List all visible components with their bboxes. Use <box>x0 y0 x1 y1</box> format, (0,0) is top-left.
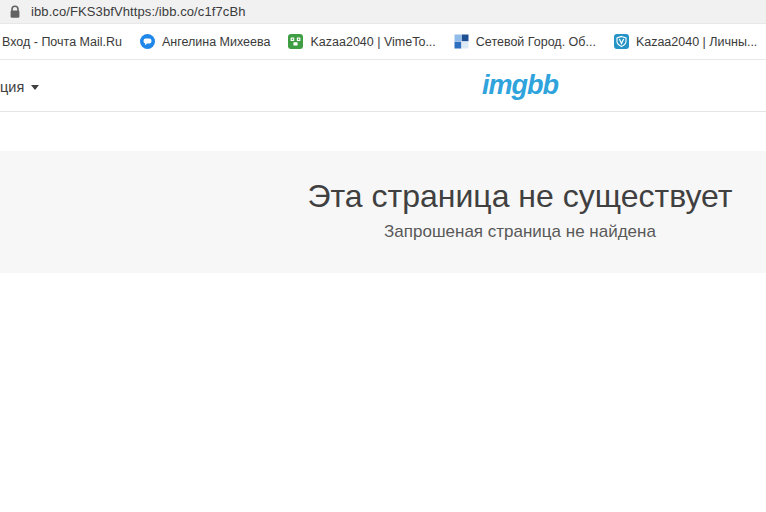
address-bar[interactable]: ibb.co/FKS3bfVhttps:/ibb.co/c1f7cBh <box>0 0 766 24</box>
page-body-empty <box>0 273 766 512</box>
bookmarks-bar: Вход - Почта Mail.Ru Ангелина Михеева Ka… <box>0 24 766 60</box>
bookmark-netschool[interactable]: Сетевой Город. Об... <box>454 34 596 49</box>
error-title: Эта страница не существует <box>137 178 766 215</box>
site-header: ция imgbb <box>0 60 766 112</box>
lock-icon[interactable] <box>9 5 21 19</box>
error-section: Эта страница не существует Запрошеная ст… <box>0 151 766 273</box>
bookmark-kazaa-vimeworld[interactable]: Kazaa2040 | VimeTo... <box>288 34 435 49</box>
bookmark-angelina[interactable]: Ангелина Михеева <box>140 34 271 49</box>
nav-dropdown-label: ция <box>0 79 24 95</box>
vimeworld-face-icon <box>288 34 303 49</box>
bookmark-label: Вход - Почта Mail.Ru <box>2 35 122 49</box>
nav-dropdown-truncated[interactable]: ция <box>0 79 39 95</box>
bookmark-kazaa-personal[interactable]: Kazaa2040 | Личны... <box>614 34 757 49</box>
url-text[interactable]: ibb.co/FKS3bfVhttps:/ibb.co/c1f7cBh <box>31 4 246 19</box>
chevron-down-icon <box>31 85 39 90</box>
bookmark-label: Kazaa2040 | VimeTo... <box>310 35 435 49</box>
v-shield-icon <box>614 34 629 49</box>
imgbb-logo[interactable]: imgbb <box>482 70 558 101</box>
header-spacer <box>0 112 766 151</box>
bookmark-label: Kazaa2040 | Личны... <box>636 35 757 49</box>
chat-bubble-icon <box>140 34 155 49</box>
bookmark-mailru[interactable]: Вход - Почта Mail.Ru <box>2 35 122 49</box>
bookmark-label: Сетевой Город. Об... <box>476 35 596 49</box>
blue-grid-icon <box>454 34 469 49</box>
error-subtitle: Запрошеная страница не найдена <box>137 222 766 242</box>
bookmark-label: Ангелина Михеева <box>162 35 271 49</box>
